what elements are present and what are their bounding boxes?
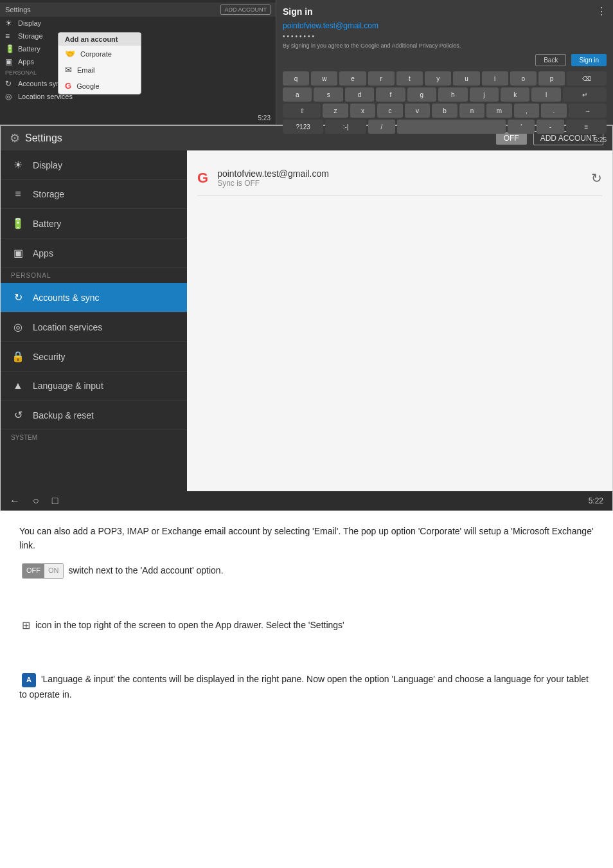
email-display: pointofview.test@gmail.com (283, 21, 607, 30)
sidebar-apps-label: Apps (33, 248, 53, 258)
sidebar-item-display[interactable]: ☀ Display (1, 150, 187, 180)
sidebar-battery-icon: 🔋 (11, 217, 25, 230)
nav-back-icon[interactable]: ← (10, 495, 20, 507)
sidebar-system-label: SYSTEM (1, 430, 187, 445)
tl-apps-label: Apps (18, 58, 34, 66)
key-f[interactable]: f (376, 87, 405, 102)
key-enter[interactable]: ↵ (563, 87, 607, 102)
account-google-icon: G (197, 170, 208, 186)
key-k[interactable]: k (501, 87, 529, 102)
sidebar-backup-label: Backup & reset (33, 410, 94, 420)
key-y[interactable]: y (425, 71, 451, 86)
key-i[interactable]: i (482, 71, 508, 86)
key-z[interactable]: z (323, 104, 348, 118)
key-emoji[interactable]: :-| (325, 120, 366, 134)
switch-off-label[interactable]: OFF (22, 564, 44, 578)
key-period[interactable]: . (541, 104, 567, 118)
tl-accounts-label: Accounts sync (18, 80, 64, 87)
top-left-add-account[interactable]: ADD ACCOUNT (220, 5, 271, 15)
signin-button[interactable]: Sign in (571, 54, 607, 66)
key-d[interactable]: d (345, 87, 374, 102)
sidebar-display-label: Display (33, 160, 62, 170)
key-apostrophe[interactable]: ' (508, 120, 535, 134)
key-q[interactable]: q (283, 71, 309, 86)
tl-row-display[interactable]: ☀ Display (0, 17, 276, 30)
key-l[interactable]: l (531, 87, 560, 102)
sidebar-item-security[interactable]: 🔒 Security (1, 342, 187, 372)
key-num[interactable]: ?123 (283, 120, 323, 134)
account-row[interactable]: G pointofview.test@gmail.com Sync is OFF… (197, 161, 602, 196)
key-backspace[interactable]: ⌫ (567, 71, 607, 86)
dots-menu-icon[interactable]: ⋮ (596, 5, 607, 17)
key-menu[interactable]: ≡ (566, 120, 607, 134)
popup-email-label: Email (77, 66, 95, 74)
sidebar-item-storage[interactable]: ≡ Storage (1, 180, 187, 209)
top-left-time: 5:23 (258, 114, 271, 122)
key-s[interactable]: s (314, 87, 342, 102)
add-account-popup: Add an account 🤝 Corporate ✉ Email G Goo… (58, 32, 141, 95)
popup-email[interactable]: ✉ Email (58, 62, 141, 78)
policy-text: By signing in you agree to the Google an… (283, 42, 607, 49)
key-t[interactable]: t (396, 71, 423, 86)
body-paragraph-4: A 'Language & input' the contents will b… (19, 672, 594, 701)
key-a[interactable]: a (283, 87, 312, 102)
key-space[interactable] (397, 120, 506, 134)
sidebar-item-language[interactable]: ▲ Language & input (1, 372, 187, 401)
key-b[interactable]: b (432, 104, 458, 118)
key-m[interactable]: m (486, 104, 512, 118)
key-e[interactable]: e (339, 71, 366, 86)
sidebar-accounts-icon: ↻ (11, 291, 25, 303)
key-c[interactable]: c (377, 104, 403, 118)
key-h[interactable]: h (438, 87, 467, 102)
key-next[interactable]: → (569, 104, 607, 118)
password-display: •••••••• (283, 33, 607, 40)
key-w[interactable]: w (311, 71, 337, 86)
main-content: G pointofview.test@gmail.com Sync is OFF… (187, 150, 612, 491)
top-right-panel: Sign in ⋮ pointofview.test@gmail.com •••… (276, 0, 613, 124)
key-p[interactable]: p (538, 71, 565, 86)
popup-corporate-label: Corporate (80, 50, 112, 58)
nav-recent-icon[interactable]: □ (52, 495, 58, 507)
main-body: ☀ Display ≡ Storage 🔋 Battery ▣ Apps PER… (1, 150, 612, 491)
key-j[interactable]: j (470, 87, 499, 102)
key-g[interactable]: g (407, 87, 436, 102)
key-slash[interactable]: / (368, 120, 395, 134)
key-comma[interactable]: , (514, 104, 540, 118)
lang-label: 'Language & input' the contents will be … (19, 674, 589, 699)
sidebar-item-backup[interactable]: ↺ Backup & reset (1, 401, 187, 430)
sidebar-location-icon: ◎ (11, 321, 25, 333)
tl-display-label: Display (18, 19, 41, 27)
key-u[interactable]: u (453, 71, 479, 86)
account-email: pointofview.test@gmail.com (217, 168, 329, 179)
email-icon: ✉ (65, 65, 72, 75)
sidebar-item-battery[interactable]: 🔋 Battery (1, 209, 187, 239)
sidebar-item-apps[interactable]: ▣ Apps (1, 239, 187, 268)
main-title: Settings (25, 132, 62, 144)
key-x[interactable]: x (350, 104, 376, 118)
back-button[interactable]: Back (535, 54, 566, 66)
popup-google[interactable]: G Google (58, 78, 141, 94)
key-r[interactable]: r (368, 71, 395, 86)
grid-label: icon in the top right of the screen to o… (35, 619, 344, 629)
footer-time: 5:22 (589, 496, 603, 505)
sidebar-item-location[interactable]: ◎ Location services (1, 312, 187, 342)
top-left-panel: Settings ADD ACCOUNT ☀ Display ≡ Storage… (0, 0, 276, 124)
key-shift[interactable]: ⇧ (283, 104, 321, 118)
footer-nav: ← ○ □ (10, 495, 58, 507)
language-input-icon: A (22, 673, 36, 687)
tl-storage-label: Storage (18, 32, 43, 40)
sidebar: ☀ Display ≡ Storage 🔋 Battery ▣ Apps PER… (1, 150, 187, 491)
storage-icon: ≡ (5, 32, 14, 41)
back-signin-row: Back Sign in (283, 54, 607, 66)
sidebar-location-label: Location services (33, 322, 102, 332)
key-n[interactable]: n (459, 104, 485, 118)
sidebar-backup-icon: ↺ (11, 409, 25, 421)
popup-corporate[interactable]: 🤝 Corporate (58, 46, 141, 62)
key-v[interactable]: v (405, 104, 431, 118)
switch-on-label[interactable]: ON (44, 564, 63, 578)
key-dash[interactable]: - (537, 120, 564, 134)
account-sync-icon[interactable]: ↻ (591, 170, 602, 186)
nav-home-icon[interactable]: ○ (33, 495, 39, 507)
sidebar-item-accounts[interactable]: ↻ Accounts & sync (1, 283, 187, 312)
key-o[interactable]: o (510, 71, 537, 86)
